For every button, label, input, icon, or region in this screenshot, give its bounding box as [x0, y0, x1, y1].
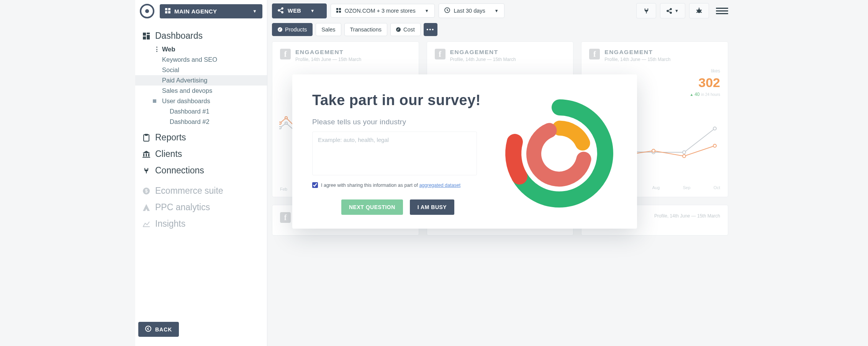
card-title: ENGAGEMENT [604, 49, 670, 56]
svg-point-35 [697, 9, 701, 13]
nav-connections[interactable]: Connections [135, 162, 267, 179]
aggregated-dataset-link[interactable]: aggregated dataset [419, 183, 460, 188]
svg-point-42 [285, 117, 287, 119]
svg-point-19 [146, 326, 151, 331]
consent-row[interactable]: I agree with sharing this information as… [312, 182, 491, 188]
share-button[interactable]: ▼ [660, 3, 685, 18]
facebook-icon: f [435, 49, 445, 59]
chip-more[interactable]: ••• [424, 23, 437, 36]
svg-point-54 [713, 144, 716, 147]
i-am-busy-button[interactable]: I AM BUSY [410, 199, 454, 215]
sidebar-item-user-dashboards[interactable]: User dashboards [158, 96, 267, 106]
industry-input[interactable] [312, 132, 477, 175]
hamburger-menu[interactable] [716, 8, 728, 14]
consent-text: I agree with sharing this information as… [321, 183, 460, 188]
svg-rect-9 [145, 134, 147, 135]
agency-dropdown[interactable]: MAIN AGENCY ▼ [160, 4, 262, 18]
svg-rect-4 [143, 33, 146, 36]
grid-icon [165, 8, 170, 15]
clipboard-icon [142, 134, 151, 142]
card-subtitle: Profile, 14th June — 15th March [295, 57, 361, 62]
axis-label: Feb [280, 187, 287, 191]
sidebar-item-keywords-seo[interactable]: Keywords and SEO [158, 54, 267, 65]
modal-title: Take part in our survey! [312, 92, 491, 109]
bank-icon [142, 151, 151, 158]
svg-rect-12 [146, 153, 147, 157]
facebook-icon: f [280, 212, 291, 223]
nav-ecommerce[interactable]: $ Ecommerce suite [135, 183, 267, 199]
svg-rect-6 [147, 35, 150, 40]
survey-illustration [502, 92, 617, 215]
svg-line-39 [696, 12, 698, 13]
svg-point-52 [652, 149, 655, 152]
back-button[interactable]: BACK [138, 322, 179, 337]
svg-rect-25 [336, 8, 338, 10]
modal-question: Please tells us your industry [312, 118, 491, 126]
nav-ppc[interactable]: PPC analytics [135, 199, 267, 216]
sidebar-item-web[interactable]: Web [158, 44, 267, 54]
date-range-dropdown[interactable]: Last 30 days ▼ [439, 3, 504, 18]
arrow-left-icon [145, 326, 151, 333]
svg-line-24 [280, 11, 282, 12]
svg-point-48 [683, 151, 686, 154]
filter-chipbar: ✓Products Sales Transactions ✓Cost ••• [267, 21, 733, 41]
svg-rect-26 [339, 8, 341, 10]
svg-line-23 [280, 9, 282, 10]
facebook-icon: f [589, 49, 600, 59]
sidebar-item-dashboard-1[interactable]: Dashboard #1 [166, 106, 267, 117]
svg-rect-13 [148, 153, 149, 157]
ads-icon [142, 204, 151, 211]
svg-text:$: $ [145, 188, 148, 194]
chevron-down-icon: ▼ [675, 8, 679, 13]
chip-sales[interactable]: Sales [316, 23, 341, 36]
svg-line-38 [701, 10, 702, 10]
plug-button[interactable] [636, 3, 656, 18]
svg-line-37 [696, 10, 698, 10]
svg-line-34 [668, 11, 670, 12]
chevron-down-icon: ▼ [253, 9, 257, 13]
svg-rect-5 [147, 33, 150, 34]
app-logo [140, 4, 154, 18]
svg-rect-0 [165, 8, 167, 10]
svg-rect-11 [143, 153, 144, 157]
facebook-icon: f [280, 49, 291, 59]
store-dropdown[interactable]: OZON.COM + 3 more stores ▼ [331, 4, 435, 18]
dashboard-icon [142, 33, 151, 40]
sidebar-item-dashboard-2[interactable]: Dashboard #2 [166, 117, 267, 127]
svg-rect-7 [143, 36, 146, 40]
svg-marker-17 [143, 204, 150, 211]
share-nodes-icon [278, 7, 284, 15]
nav-dashboards-children: Web Keywords and SEO Social Paid Adverti… [135, 44, 267, 127]
nav-clients[interactable]: Clients [135, 146, 267, 162]
chip-cost[interactable]: ✓Cost [390, 23, 421, 36]
section-dropdown[interactable]: WEB ▼ [272, 3, 327, 18]
chevron-down-icon: ▼ [425, 8, 429, 13]
svg-point-43 [279, 127, 281, 129]
sidebar-item-paid-advertising[interactable]: Paid Advertising [135, 75, 267, 86]
plug-icon [142, 167, 151, 174]
svg-point-44 [285, 122, 287, 124]
card-subtitle: Profile, 14th June — 15th March [450, 57, 516, 62]
svg-line-33 [668, 9, 670, 10]
chip-transactions[interactable]: Transactions [344, 23, 387, 36]
nav-insights[interactable]: Insights [135, 216, 267, 232]
sidebar-item-sales-devops[interactable]: Sales and devops [158, 86, 267, 96]
stat-delta: 40in 24 hours [689, 92, 720, 97]
chart-icon [142, 221, 151, 227]
sidebar-item-social[interactable]: Social [158, 65, 267, 75]
nav-reports[interactable]: Reports [135, 129, 267, 146]
svg-rect-27 [336, 11, 338, 13]
svg-marker-10 [142, 151, 150, 153]
chip-products[interactable]: ✓Products [272, 23, 313, 36]
svg-rect-14 [142, 157, 150, 158]
next-question-button[interactable]: NEXT QUESTION [341, 199, 403, 215]
svg-point-53 [683, 155, 686, 158]
consent-checkbox[interactable] [312, 182, 318, 188]
topbar: WEB ▼ OZON.COM + 3 more stores ▼ Last 30… [267, 0, 733, 21]
card-title: ENGAGEMENT [295, 49, 361, 56]
nav-dashboards[interactable]: Dashboards [135, 28, 267, 44]
card-subtitle: Profile, 14th June — 15th March [604, 57, 670, 62]
bug-button[interactable] [689, 3, 709, 18]
stat-value: 302 [689, 75, 720, 90]
grid-icon [336, 8, 341, 14]
